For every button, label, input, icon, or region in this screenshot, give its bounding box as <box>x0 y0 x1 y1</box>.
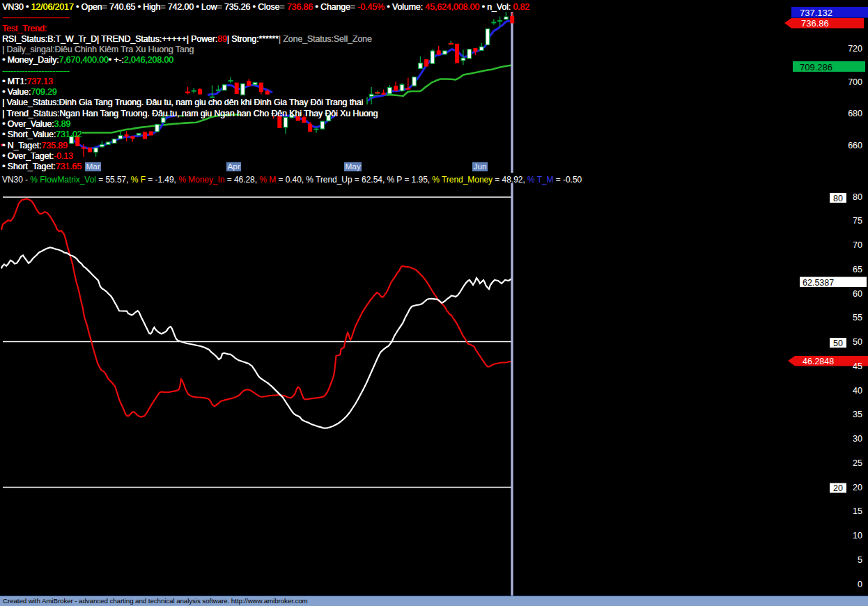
svg-text:736.86: 736.86 <box>801 18 829 29</box>
svg-text:709.286: 709.286 <box>800 62 832 72</box>
svg-text:62.5387: 62.5387 <box>803 278 834 288</box>
svg-text:737.132: 737.132 <box>800 8 832 18</box>
